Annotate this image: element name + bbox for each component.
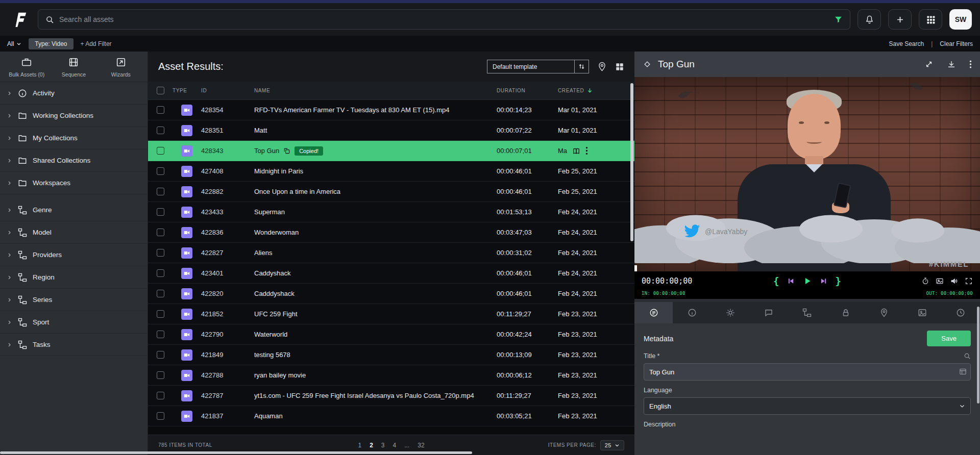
page-number[interactable]: 4: [393, 442, 397, 449]
sidebar-item-my-collections[interactable]: My Collections: [0, 127, 148, 149]
filter-scope-dropdown[interactable]: All: [7, 40, 21, 47]
sequence-button[interactable]: Sequence: [50, 57, 97, 78]
save-button[interactable]: Save: [927, 331, 971, 346]
app-logo[interactable]: [8, 8, 31, 31]
language-select[interactable]: English: [644, 397, 971, 415]
poster-frame-icon[interactable]: [936, 277, 944, 285]
row-checkbox[interactable]: [157, 351, 164, 359]
global-search[interactable]: [38, 9, 850, 30]
mark-out-button[interactable]: }: [836, 275, 841, 287]
template-select[interactable]: Default template: [487, 60, 575, 73]
stopwatch-icon[interactable]: [921, 277, 929, 285]
grid-view-icon[interactable]: [615, 62, 624, 71]
page-number-active[interactable]: 2: [370, 442, 373, 449]
sidebar-item-working-collections[interactable]: Working Collections: [0, 105, 148, 127]
table-row[interactable]: 422820 Cadddyshack 00:00:46;01 Feb 24, 2…: [148, 284, 634, 304]
row-checkbox[interactable]: [157, 290, 164, 297]
search-input[interactable]: [59, 15, 829, 23]
filter-chip-type-video[interactable]: Type: Video: [29, 38, 73, 49]
row-checkbox[interactable]: [157, 392, 164, 399]
table-row[interactable]: 422836 Wonderwoman 00:03:47;03 Feb 24, 2…: [148, 222, 634, 243]
row-checkbox[interactable]: [157, 167, 164, 175]
vertical-scrollbar[interactable]: [630, 83, 633, 241]
page-number[interactable]: 3: [381, 442, 385, 449]
column-header-type[interactable]: TYPE: [173, 88, 201, 93]
mark-in-button[interactable]: {: [773, 275, 779, 287]
apps-menu-button[interactable]: [919, 9, 942, 30]
sidebar-item-shared-collections[interactable]: Shared Collections: [0, 149, 148, 172]
row-checkbox[interactable]: [157, 249, 164, 257]
page-number[interactable]: 32: [418, 442, 424, 449]
kebab-menu-icon[interactable]: [585, 146, 588, 155]
fullscreen-icon[interactable]: [965, 277, 973, 285]
table-row[interactable]: 422827 Aliens 00:00:31;02 Feb 24, 2021: [148, 243, 634, 263]
volume-icon[interactable]: [950, 277, 959, 285]
tab-permissions[interactable]: [826, 302, 865, 323]
table-row[interactable]: 422882 Once Upon a time in America 00:00…: [148, 182, 634, 202]
row-checkbox[interactable]: [157, 371, 164, 379]
row-checkbox[interactable]: [157, 310, 164, 318]
bulk-assets-button[interactable]: Bulk Assets (0): [3, 57, 50, 78]
row-checkbox[interactable]: [157, 127, 164, 134]
row-checkbox[interactable]: [157, 208, 164, 216]
tab-metadata[interactable]: [634, 302, 673, 323]
items-per-page-select[interactable]: 25: [600, 440, 624, 450]
sidebar-item-model[interactable]: Model: [0, 221, 148, 244]
sidebar-item-workspaces[interactable]: Workspaces: [0, 172, 148, 194]
table-row[interactable]: 422790 Waterworld 00:00:42;24 Feb 23, 20…: [148, 324, 634, 345]
tab-comments[interactable]: [750, 302, 788, 323]
sidebar-item-tasks[interactable]: Tasks: [0, 334, 148, 356]
column-header-name[interactable]: NAME: [254, 88, 497, 93]
book-icon[interactable]: [572, 147, 580, 155]
table-row[interactable]: 421849 testing 5678 00:00:13;09 Feb 23, …: [148, 345, 634, 365]
tab-location[interactable]: [865, 302, 903, 323]
filter-funnel-icon[interactable]: [834, 15, 843, 24]
detail-scrollbar[interactable]: [977, 307, 979, 403]
row-checkbox[interactable]: [157, 188, 164, 195]
expand-icon[interactable]: [924, 60, 934, 69]
column-header-id[interactable]: ID: [201, 88, 254, 93]
table-row[interactable]: 423401 Caddyshack 00:00:46;01 Feb 24, 20…: [148, 263, 634, 284]
row-checkbox[interactable]: [157, 331, 164, 338]
table-row[interactable]: 422788 ryan bailey movie 00:00:06;12 Feb…: [148, 365, 634, 386]
row-checkbox[interactable]: [157, 412, 164, 420]
next-frame-button[interactable]: [819, 277, 828, 285]
table-row[interactable]: 422787 yt1s.com - UFC 259 Free Fight Isr…: [148, 386, 634, 406]
table-row[interactable]: 428351 Matt 00:00:07;22 Mar 01, 2021: [148, 120, 634, 141]
user-avatar[interactable]: SW: [949, 9, 972, 30]
column-header-duration[interactable]: DURATION: [497, 88, 558, 93]
add-filter-button[interactable]: + Add Filter: [81, 40, 112, 47]
column-header-created[interactable]: CREATED: [558, 87, 634, 94]
wizards-button[interactable]: Wizards: [97, 57, 144, 78]
kebab-menu-icon[interactable]: [969, 60, 972, 69]
row-checkbox[interactable]: [157, 106, 164, 114]
page-number[interactable]: 1: [358, 442, 361, 449]
tab-settings[interactable]: [711, 302, 749, 323]
sidebar-item-series[interactable]: Series: [0, 289, 148, 311]
title-input[interactable]: [644, 363, 971, 381]
previous-frame-button[interactable]: [787, 277, 796, 285]
play-button[interactable]: [803, 276, 812, 286]
select-all-checkbox[interactable]: [157, 87, 164, 94]
save-search-link[interactable]: Save Search: [889, 40, 924, 47]
sidebar-item-activity[interactable]: Activity: [0, 82, 148, 105]
sidebar-item-genre[interactable]: Genre: [0, 199, 148, 221]
tab-hierarchy[interactable]: [788, 302, 826, 323]
table-row[interactable]: 423433 Superman 00:01:53;13 Feb 24, 2021: [148, 202, 634, 222]
horizontal-scrollbar[interactable]: [0, 451, 472, 454]
location-pin-icon[interactable]: [597, 62, 607, 71]
row-checkbox[interactable]: [157, 229, 164, 236]
table-row[interactable]: 421852 UFC 259 Fight 00:11:29;27 Feb 23,…: [148, 304, 634, 324]
download-icon[interactable]: [947, 60, 956, 69]
playhead-marker[interactable]: [634, 265, 637, 271]
table-row[interactable]: 421837 Aquaman 00:03:05;21 Feb 23, 2021: [148, 406, 634, 426]
table-row[interactable]: 428354 RFD-TVs American Farmer TV - Tues…: [148, 100, 634, 120]
template-sort-button[interactable]: [575, 60, 589, 73]
video-player[interactable]: @LavaYabby #KIMMEL: [634, 77, 980, 271]
create-new-button[interactable]: [888, 9, 912, 30]
copy-icon[interactable]: [283, 147, 290, 155]
tab-history[interactable]: [942, 302, 980, 323]
clear-filters-link[interactable]: Clear Filters: [940, 40, 973, 47]
sidebar-item-sport[interactable]: Sport: [0, 311, 148, 334]
row-checkbox[interactable]: [157, 147, 164, 155]
